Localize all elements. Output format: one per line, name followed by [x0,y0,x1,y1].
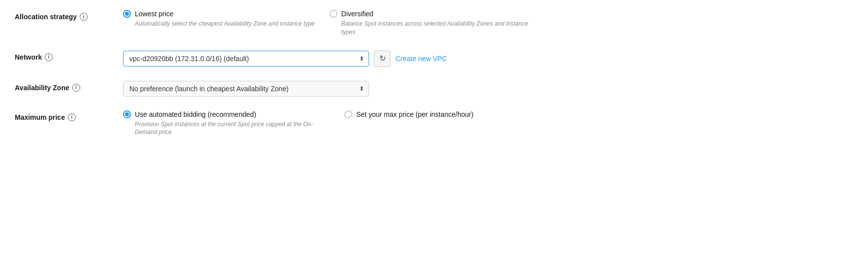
set-max-price-option: Set your max price (per instance/hour) [344,110,473,118]
allocation-strategy-info-icon[interactable]: i [80,13,88,21]
create-vpc-link[interactable]: Create new VPC [396,55,447,63]
availability-zone-label: Availability Zone i [15,81,123,92]
maximum-price-section: Maximum price i Use automated bidding (r… [15,110,853,137]
lowest-price-desc: Automatically select the cheapest Availa… [123,20,315,28]
network-text: Network [15,53,42,61]
allocation-strategy-label: Allocation strategy i [15,10,123,21]
diversified-radio[interactable] [330,10,338,18]
availability-zone-select-wrapper: No preference (launch in cheapest Availa… [123,81,369,97]
set-max-price-label[interactable]: Set your max price (per instance/hour) [356,110,473,118]
lowest-price-option: Lowest price Automatically select the ch… [123,10,315,28]
network-label: Network i [15,50,123,61]
automated-bidding-desc: Provision Spot instances at the current … [123,120,330,137]
maximum-price-text: Maximum price [15,113,65,121]
automated-bidding-radio[interactable] [123,110,131,118]
network-section: Network i vpc-d20920bb (172.31.0.0/16) (… [15,50,853,67]
network-content: vpc-d20920bb (172.31.0.0/16) (default) ⬍… [123,50,447,67]
diversified-row: Diversified [330,10,536,18]
automated-bidding-label[interactable]: Use automated bidding (recommended) [135,110,256,118]
diversified-label[interactable]: Diversified [341,10,373,18]
automated-bidding-option: Use automated bidding (recommended) Prov… [123,110,330,137]
lowest-price-label[interactable]: Lowest price [135,10,174,18]
lowest-price-radio[interactable] [123,10,131,18]
allocation-strategy-options: Lowest price Automatically select the ch… [123,10,853,36]
availability-zone-text: Availability Zone [15,84,69,92]
allocation-strategy-text: Allocation strategy [15,13,77,21]
refresh-icon: ↻ [379,54,386,63]
diversified-option: Diversified Balance Spot instances acros… [330,10,536,36]
availability-zone-section: Availability Zone i No preference (launc… [15,81,853,97]
maximum-price-options: Use automated bidding (recommended) Prov… [123,110,853,137]
set-max-price-row: Set your max price (per instance/hour) [344,110,473,118]
network-select[interactable]: vpc-d20920bb (172.31.0.0/16) (default) [123,51,369,67]
availability-zone-select[interactable]: No preference (launch in cheapest Availa… [123,81,369,97]
maximum-price-label: Maximum price i [15,110,123,121]
allocation-strategy-section: Allocation strategy i Lowest price Autom… [15,10,853,36]
availability-zone-info-icon[interactable]: i [72,84,80,92]
set-max-price-radio[interactable] [344,110,352,118]
diversified-desc: Balance Spot instances across selected A… [330,20,536,36]
network-info-icon[interactable]: i [45,53,53,61]
refresh-button[interactable]: ↻ [374,50,391,67]
lowest-price-row: Lowest price [123,10,315,18]
maximum-price-info-icon[interactable]: i [68,113,76,121]
network-select-wrapper: vpc-d20920bb (172.31.0.0/16) (default) ⬍ [123,51,369,67]
automated-bidding-row: Use automated bidding (recommended) [123,110,330,118]
